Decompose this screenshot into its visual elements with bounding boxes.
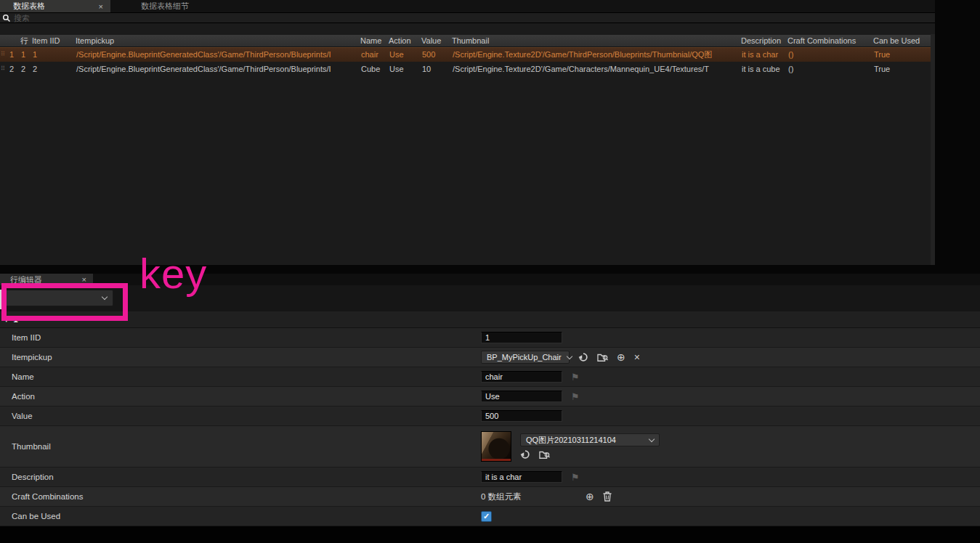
- cell-description: it is a cube: [740, 62, 786, 76]
- property-row-can-be-used: Can be Used ✓: [0, 507, 980, 526]
- clear-array-trash-icon[interactable]: [603, 491, 612, 502]
- property-label: Can be Used: [0, 512, 481, 520]
- description-input[interactable]: [481, 471, 562, 483]
- action-input[interactable]: [481, 391, 562, 402]
- thumbnail-asset-value: QQ图片20210311214104: [526, 435, 616, 446]
- column-header-description[interactable]: Description: [740, 35, 786, 46]
- document-tabbar: 数据表格 × 数据表格细节: [0, 0, 935, 12]
- localization-flag-icon[interactable]: ⚑: [571, 391, 580, 402]
- use-selected-asset-icon[interactable]: [520, 449, 530, 460]
- localization-flag-icon[interactable]: ⚑: [571, 372, 580, 383]
- value-input[interactable]: [481, 410, 562, 422]
- itempickup-asset-dropdown[interactable]: BP_MyPickUp_Chair: [481, 351, 570, 364]
- cell-craft-combinations: (): [786, 47, 872, 62]
- column-header-item-iid[interactable]: Item IID: [31, 35, 74, 46]
- data-table-editor-window: 数据表格 × 数据表格细节 行 Item IID Itempickup Name…: [0, 0, 980, 543]
- annotation-text: key: [139, 253, 207, 295]
- table-row-1[interactable]: ⠿ 1 1 1 /Script/Engine.BlueprintGenerate…: [0, 47, 931, 62]
- drag-handle-icon[interactable]: ⠿: [0, 47, 7, 62]
- table-header-row: 行 Item IID Itempickup Name Action Value …: [0, 34, 931, 47]
- property-label: Name: [0, 372, 481, 381]
- header-spacer: [0, 35, 7, 46]
- chevron-down-icon: [566, 353, 572, 359]
- name-input[interactable]: [481, 371, 562, 383]
- property-row-craft-combinations: Craft Combinations 0 数组元素 ⊕: [0, 487, 980, 507]
- column-header-craft-combinations[interactable]: Craft Combinations: [786, 35, 872, 46]
- tab-data-table-details[interactable]: 数据表格细节: [128, 0, 196, 12]
- property-row-itempickup: Itempickup BP_MyPickUp_Chair ⊕ ×: [0, 348, 980, 367]
- table-scrollbar[interactable]: [931, 34, 935, 265]
- cell-row-name: 1: [19, 47, 31, 62]
- annotation-highlight-box: [1, 283, 128, 321]
- checkmark-icon: ✓: [483, 512, 490, 521]
- bottom-margin: [0, 526, 980, 543]
- property-label: Itempickup: [0, 353, 481, 362]
- clear-asset-icon[interactable]: ×: [634, 352, 640, 362]
- cell-value: 500: [420, 47, 450, 62]
- tab-data-table-label: 数据表格: [13, 1, 45, 12]
- cell-name: chair: [359, 47, 387, 62]
- cell-row-name: 2: [19, 62, 31, 76]
- cell-action: Use: [387, 47, 420, 62]
- thumbnail-asset-dropdown[interactable]: QQ图片20210311214104: [520, 433, 660, 446]
- localization-flag-icon[interactable]: ⚑: [571, 472, 580, 483]
- cell-index: 2: [7, 62, 19, 76]
- row-editor-panel: 行编辑器 × ▾ 1 Item IID Itempickup: [0, 274, 980, 526]
- property-row-action: Action ⚑: [0, 387, 980, 407]
- property-row-thumbnail: Thumbnail QQ图片20210311214104: [0, 426, 980, 468]
- browse-asset-icon[interactable]: [597, 352, 608, 362]
- add-element-icon[interactable]: ⊕: [617, 352, 625, 362]
- use-selected-asset-icon[interactable]: [578, 352, 588, 362]
- drag-handle-icon[interactable]: ⠿: [0, 62, 7, 76]
- property-row-item-iid: Item IID: [0, 328, 980, 348]
- property-label: Value: [0, 412, 481, 420]
- search-bar: [0, 12, 935, 23]
- header-spacer: [7, 35, 19, 46]
- property-list: Item IID Itempickup BP_MyPickUp_Chair ⊕ …: [0, 328, 980, 526]
- item-iid-input[interactable]: [481, 332, 562, 343]
- property-label: Action: [0, 392, 481, 401]
- cell-value: 10: [420, 62, 450, 76]
- column-header-action[interactable]: Action: [387, 35, 420, 46]
- column-header-row[interactable]: 行: [19, 35, 31, 46]
- thumbnail-preview-image[interactable]: [481, 431, 511, 462]
- cell-index: 1: [7, 47, 19, 62]
- column-header-name[interactable]: Name: [359, 35, 387, 46]
- cell-item-iid: 2: [31, 62, 74, 76]
- property-row-description: Description ⚑: [0, 468, 980, 487]
- cell-itempickup: /Script/Engine.BlueprintGeneratedClass'/…: [74, 62, 359, 76]
- cell-action: Use: [387, 62, 420, 76]
- cell-can-be-used: True: [872, 62, 931, 76]
- chevron-down-icon: [649, 436, 655, 441]
- tab-data-table-details-label: 数据表格细节: [141, 1, 189, 12]
- data-table-pane: 行 Item IID Itempickup Name Action Value …: [0, 23, 935, 265]
- browse-asset-icon[interactable]: [539, 449, 550, 460]
- cell-thumbnail: /Script/Engine.Texture2D'/Game/ThirdPers…: [450, 47, 740, 62]
- cell-thumbnail: /Script/Engine.Texture2D'/Game/Character…: [450, 62, 740, 76]
- table-row-2[interactable]: ⠿ 2 2 2 /Script/Engine.BlueprintGenerate…: [0, 62, 931, 76]
- tab-close-icon[interactable]: ×: [99, 2, 103, 11]
- property-row-value: Value: [0, 407, 980, 426]
- row-expander-header[interactable]: ▾ 1: [0, 311, 980, 328]
- cell-craft-combinations: (): [786, 62, 872, 76]
- column-header-thumbnail[interactable]: Thumbnail: [450, 35, 740, 46]
- property-row-name: Name ⚑: [0, 367, 980, 387]
- tab-data-table[interactable]: 数据表格 ×: [0, 0, 110, 12]
- itempickup-asset-value: BP_MyPickUp_Chair: [487, 353, 562, 362]
- property-label: Thumbnail: [0, 442, 481, 451]
- property-label: Description: [0, 473, 481, 481]
- column-header-itempickup[interactable]: Itempickup: [74, 35, 359, 46]
- can-be-used-checkbox[interactable]: ✓: [481, 511, 492, 522]
- column-header-can-be-used[interactable]: Can be Used: [872, 35, 931, 46]
- cell-can-be-used: True: [872, 47, 931, 62]
- cell-name: Cube: [359, 62, 387, 76]
- cell-item-iid: 1: [31, 47, 74, 62]
- column-header-value[interactable]: Value: [420, 35, 450, 46]
- cell-description: it is a char: [740, 47, 786, 62]
- search-icon: [2, 14, 11, 23]
- cell-itempickup: /Script/Engine.BlueprintGeneratedClass'/…: [74, 47, 359, 62]
- search-input[interactable]: [14, 14, 933, 23]
- array-elements-count: 0 数组元素: [481, 491, 577, 502]
- add-array-element-icon[interactable]: ⊕: [586, 491, 594, 502]
- property-label: Craft Combinations: [0, 492, 481, 501]
